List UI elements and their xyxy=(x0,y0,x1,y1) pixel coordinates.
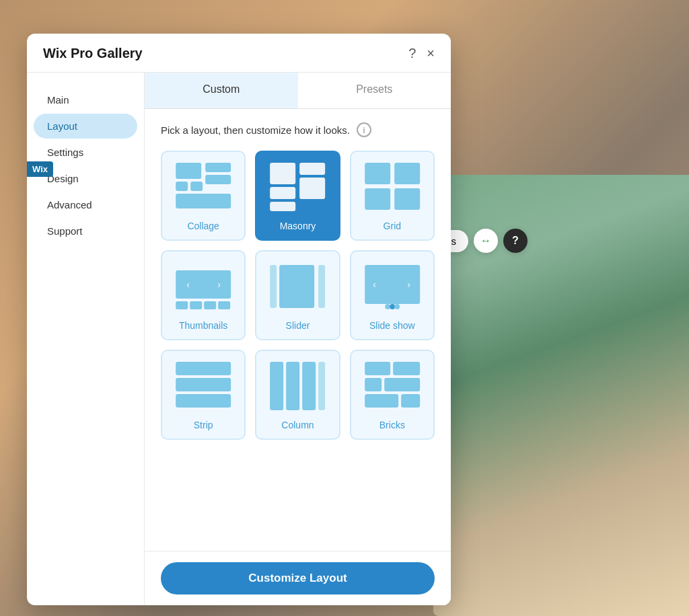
svg-text:›: › xyxy=(217,279,221,290)
svg-text:‹: ‹ xyxy=(373,279,376,290)
close-button[interactable]: × xyxy=(427,46,435,61)
svg-rect-9 xyxy=(299,178,325,199)
svg-rect-18 xyxy=(176,301,188,309)
slideshow-label: Slide show xyxy=(369,320,415,331)
svg-rect-32 xyxy=(176,378,231,391)
layout-card-grid[interactable]: Grid xyxy=(350,151,435,241)
strip-icon xyxy=(170,359,236,413)
svg-rect-34 xyxy=(270,362,283,410)
column-label: Column xyxy=(281,420,314,430)
svg-rect-40 xyxy=(365,378,382,391)
svg-rect-19 xyxy=(190,301,202,309)
svg-rect-13 xyxy=(365,188,390,210)
layout-card-thumbnails[interactable]: ‹ › Thumbnails xyxy=(161,250,246,340)
layout-card-strip[interactable]: Strip xyxy=(161,350,246,440)
svg-point-30 xyxy=(394,304,400,309)
help-icon: ? xyxy=(408,46,416,61)
svg-text:‹: ‹ xyxy=(186,279,190,290)
tab-custom[interactable]: Custom xyxy=(145,73,298,108)
strip-label: Strip xyxy=(194,420,213,430)
slider-label: Slider xyxy=(286,320,310,331)
svg-rect-35 xyxy=(286,362,299,410)
masonry-icon xyxy=(264,160,330,214)
dialog-body: Main Layout Settings Design Advanced Sup… xyxy=(27,73,451,605)
svg-point-28 xyxy=(385,304,390,309)
layout-card-collage[interactable]: Collage xyxy=(161,151,246,241)
svg-rect-6 xyxy=(270,163,295,184)
tab-presets[interactable]: Presets xyxy=(298,73,451,108)
sidebar-item-settings-label: Settings xyxy=(47,147,83,158)
svg-rect-23 xyxy=(270,265,277,308)
dialog-header: Wix Pro Gallery ? × xyxy=(27,34,451,73)
sidebar-item-main-label: Main xyxy=(47,94,69,106)
svg-rect-31 xyxy=(176,362,231,375)
sidebar-item-advanced-label: Advanced xyxy=(47,199,92,210)
arrow-button[interactable]: ↔ xyxy=(474,229,498,253)
close-icon: × xyxy=(427,46,435,61)
svg-rect-0 xyxy=(176,163,201,179)
svg-rect-7 xyxy=(299,163,325,175)
customize-layout-button[interactable]: Customize Layout xyxy=(161,562,435,594)
wix-badge: Wix xyxy=(27,161,53,177)
arrow-icon: ↔ xyxy=(480,235,491,247)
wix-pro-gallery-dialog: Wix Pro Gallery ? × Main Layout Settings… xyxy=(27,34,451,605)
collage-icon xyxy=(170,160,236,214)
svg-rect-43 xyxy=(401,394,420,408)
pick-layout-text: Pick a layout, then customize how it loo… xyxy=(161,123,350,137)
sidebar: Main Layout Settings Design Advanced Sup… xyxy=(27,73,145,605)
main-content: Custom Presets Pick a layout, then custo… xyxy=(145,73,451,605)
help-button[interactable]: ? xyxy=(408,46,416,61)
sidebar-item-layout[interactable]: Layout xyxy=(34,114,137,139)
question-icon: ? xyxy=(512,235,519,247)
svg-rect-14 xyxy=(394,188,420,210)
info-icon[interactable]: i xyxy=(357,122,371,137)
dialog-title: Wix Pro Gallery xyxy=(43,46,143,61)
svg-rect-41 xyxy=(384,378,420,391)
svg-rect-38 xyxy=(365,362,390,375)
svg-rect-8 xyxy=(270,187,295,199)
sidebar-item-advanced[interactable]: Advanced xyxy=(34,192,137,217)
sidebar-item-main[interactable]: Main xyxy=(34,87,137,112)
grid-label: Grid xyxy=(384,221,401,231)
collage-label: Collage xyxy=(187,221,219,231)
layout-card-bricks[interactable]: Bricks xyxy=(350,350,435,440)
grid-icon xyxy=(359,160,425,214)
layout-card-masonry[interactable]: Masonry xyxy=(255,151,340,241)
svg-rect-36 xyxy=(302,362,316,410)
svg-rect-39 xyxy=(393,362,420,375)
svg-rect-21 xyxy=(218,301,230,309)
svg-rect-24 xyxy=(318,265,325,308)
sidebar-item-layout-label: Layout xyxy=(47,120,77,132)
tabs: Custom Presets xyxy=(145,73,451,109)
svg-point-29 xyxy=(390,304,395,309)
svg-rect-3 xyxy=(176,182,188,191)
svg-rect-42 xyxy=(365,394,398,408)
svg-rect-33 xyxy=(176,394,231,408)
layout-card-slideshow[interactable]: ‹ › Slide show xyxy=(350,250,435,340)
svg-rect-4 xyxy=(190,182,203,191)
svg-rect-11 xyxy=(365,163,390,184)
svg-text:›: › xyxy=(407,279,410,290)
slider-icon xyxy=(264,260,330,313)
svg-rect-37 xyxy=(318,362,325,410)
pick-layout-row: Pick a layout, then customize how it loo… xyxy=(161,122,435,137)
layout-card-column[interactable]: Column xyxy=(255,350,340,440)
thumbnails-label: Thumbnails xyxy=(179,320,227,331)
svg-rect-12 xyxy=(394,163,420,184)
layout-grid: Collage Mason xyxy=(161,151,435,440)
svg-rect-10 xyxy=(270,202,295,211)
masonry-label: Masonry xyxy=(280,221,316,231)
question-button[interactable]: ? xyxy=(503,229,528,253)
svg-rect-22 xyxy=(279,265,314,308)
svg-rect-5 xyxy=(176,194,231,208)
sidebar-item-support[interactable]: Support xyxy=(34,219,137,243)
svg-rect-20 xyxy=(204,301,216,309)
column-icon xyxy=(264,359,330,413)
svg-rect-2 xyxy=(205,175,231,184)
svg-rect-1 xyxy=(205,163,231,172)
layout-card-slider[interactable]: Slider xyxy=(255,250,340,340)
content-area: Pick a layout, then customize how it loo… xyxy=(145,109,451,551)
bricks-icon xyxy=(359,359,425,413)
dialog-footer: Customize Layout xyxy=(145,551,451,605)
dialog-header-icons: ? × xyxy=(408,46,435,61)
